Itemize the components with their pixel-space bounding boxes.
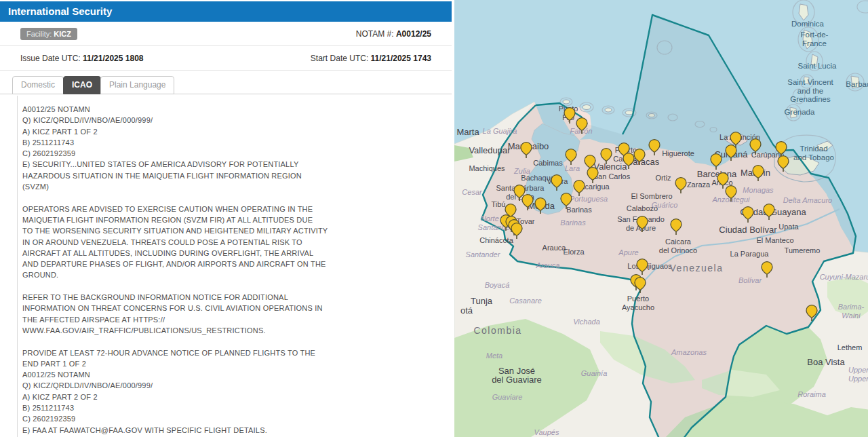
- map-label-upata: Upata: [778, 223, 799, 231]
- map-label-higuerote: Higuerote: [662, 149, 694, 157]
- map-label-monagas: Monagas: [743, 186, 774, 194]
- start-date: Start Date UTC: 11/21/2025 1743: [311, 54, 431, 63]
- map-label-lethem: Lethem: [837, 343, 863, 352]
- map-label-portuguesa: Portuguesa: [570, 195, 608, 203]
- map-label-el-sombrero: El Sombrero: [631, 192, 672, 200]
- map-label-marta: Marta: [456, 127, 479, 137]
- issue-date: Issue Date UTC: 11/21/2025 1808: [20, 54, 143, 63]
- map-label-gu-rico: Guárico: [652, 201, 678, 209]
- start-date-label: Start Date UTC:: [311, 54, 368, 63]
- map-label-vichada: Vichada: [573, 318, 600, 326]
- map-label-roraima: Roraima: [797, 390, 826, 398]
- map-label-barbado: Barbado: [846, 80, 868, 88]
- map-label-saint-lucia: Saint Lucia: [798, 62, 837, 70]
- map-label-vaup-s: Vaupés: [534, 428, 559, 436]
- notam-body: A0012/25 NOTAMN Q) KICZ/QRDLD/IV/NBO/AE/…: [17, 96, 448, 437]
- facility-label: Facility:: [26, 30, 52, 38]
- notam-number-label: NOTAM #:: [356, 29, 394, 39]
- map-label-casanare: Casanare: [509, 297, 542, 305]
- map-label-zulia: Zulia: [513, 167, 530, 175]
- map-label-elorza: Elorza: [563, 248, 585, 256]
- issue-date-value: 11/21/2025 1808: [83, 54, 143, 63]
- map-label-apure: Apure: [618, 248, 638, 256]
- map-label-upper-upper: UpperUpper: [848, 366, 868, 383]
- map-label-ortiz: Ortiz: [655, 174, 671, 182]
- notam-panel: International Security Facility:KICZ NOT…: [0, 0, 454, 437]
- map-label-barcelona: Barcelona: [697, 169, 737, 179]
- map-label-meta: Meta: [486, 352, 502, 360]
- map-label-san-carlos: San Carlos: [593, 172, 631, 180]
- map-label-boa-vista: Boa Vista: [807, 357, 845, 367]
- page-title: International Security: [0, 1, 452, 22]
- facility-badge: Facility:KICZ: [20, 28, 77, 40]
- map-label-santander: Santander: [466, 250, 501, 259]
- map-label-fort-de-france: Fort-de-France: [801, 31, 829, 48]
- map-label-el-manteco: El Manteco: [756, 236, 793, 244]
- map-label-cesar: Cesar: [462, 188, 483, 196]
- notam-number: NOTAM #: A0012/25: [356, 29, 431, 39]
- map-label-cuyuni-mazarun: Cuyuni-Mazarun: [820, 273, 868, 281]
- issue-date-label: Issue Date UTC:: [20, 54, 81, 63]
- map-label-barinas: Barinas: [566, 206, 592, 214]
- map-label-venezuela: Venezuela: [670, 263, 724, 273]
- map-label-barinas: Barinas: [560, 218, 586, 227]
- notam-text: A0012/25 NOTAMN Q) KICZ/QRDLD/IV/NBO/AE/…: [22, 104, 441, 436]
- map-label-valledupar: Valledupar: [469, 145, 511, 155]
- map-label-tunja: Tunja: [471, 296, 493, 306]
- map-label-la-guajira: La Guajira: [483, 127, 517, 135]
- map-label-guain-a: Guainía: [581, 369, 608, 377]
- map-label-dominica: Dominica: [791, 20, 825, 28]
- tab-icao[interactable]: ICAO: [63, 76, 101, 94]
- map-label-cabimas: Cabimas: [533, 159, 563, 167]
- map-label-delta-amacuro: Delta Amacuro: [783, 196, 832, 204]
- facility-value: KICZ: [54, 30, 71, 38]
- map-label-guaviare: Guaviare: [492, 393, 523, 401]
- map-label-grenada: Grenada: [785, 108, 815, 116]
- map-label-valencia: Valencia: [594, 162, 628, 172]
- tab-plain-language[interactable]: Plain Language: [100, 76, 174, 94]
- map-label-bol-var: Bolívar: [738, 276, 763, 284]
- format-tabs: DomesticICAOPlain Language: [0, 71, 452, 94]
- map-label-arauca: Arauca: [536, 261, 560, 269]
- tab-domestic[interactable]: Domestic: [12, 76, 64, 94]
- map-label-ciudad-bol-var: Ciudad Bolívar: [719, 225, 777, 235]
- map-label-ot-: otá: [460, 305, 473, 316]
- facility-row: Facility:KICZ NOTAM #: A0012/25: [0, 22, 452, 46]
- map-label-los-pijiguaos: Los Pijiguaos: [627, 262, 672, 270]
- notam-app: International Security Facility:KICZ NOT…: [0, 0, 868, 437]
- map-label-chin-cota: Chinácota: [479, 236, 513, 244]
- map-label-amazonas: Amazonas: [671, 348, 707, 356]
- map-label-boyac-: Boyacá: [485, 281, 510, 289]
- map-canvas[interactable]: MartaValleduparMachiquesMaracaiboCabimas…: [454, 0, 868, 437]
- map-label-colombia: Colombia: [473, 325, 521, 336]
- map-label-machiques: Machiques: [469, 164, 505, 172]
- map-label-san-jos-del-guaviare: San Josédel Guaviare: [492, 366, 542, 385]
- dates-row: Issue Date UTC: 11/21/2025 1808 Start Da…: [0, 46, 452, 71]
- map[interactable]: MartaValleduparMachiquesMaracaiboCabimas…: [454, 0, 868, 437]
- notam-number-value: A0012/25: [396, 29, 431, 39]
- map-label-lara: Lara: [565, 164, 580, 172]
- map-label-la-paragua: La Paragua: [730, 250, 770, 258]
- start-date-value: 11/21/2025 1743: [371, 54, 431, 63]
- map-label-tib-: Tibú: [492, 200, 506, 208]
- map-label-tumeremo: Tumeremo: [785, 246, 821, 254]
- map-label-zaraza: Zaraza: [687, 180, 711, 189]
